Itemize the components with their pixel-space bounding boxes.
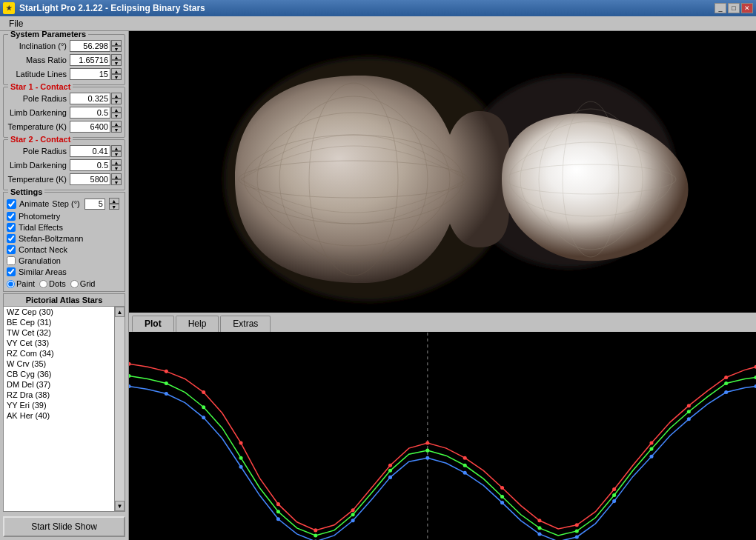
latitude-down[interactable]: ▼ — [111, 74, 122, 80]
step-up[interactable]: ▲ — [109, 198, 119, 204]
svg-point-57 — [351, 519, 355, 522]
close-button[interactable]: ✕ — [741, 3, 753, 13]
atlas-scrollbar[interactable]: ▲ ▼ — [114, 307, 125, 511]
mass-ratio-down[interactable]: ▼ — [111, 60, 122, 66]
inclination-input[interactable] — [70, 40, 110, 52]
star1-temp-input[interactable] — [70, 121, 110, 133]
list-item[interactable]: BE Cep (31) — [4, 317, 114, 327]
star1-pole-down[interactable]: ▼ — [111, 99, 122, 104]
inclination-down[interactable]: ▼ — [111, 46, 122, 52]
list-item[interactable]: W Crv (35) — [4, 359, 114, 369]
render-mode-row: Paint Dots Grid — [7, 279, 122, 288]
svg-point-42 — [463, 464, 467, 467]
tab-help[interactable]: Help — [176, 316, 219, 332]
star2-temp-input[interactable] — [70, 173, 110, 185]
3d-view — [129, 31, 756, 313]
list-item[interactable]: TW Cet (32) — [4, 327, 114, 338]
star2-pole-row: Pole Radius ▲ ▼ — [7, 145, 122, 157]
stefan-checkbox[interactable] — [7, 234, 16, 243]
slideshow-button[interactable]: Start Slide Show — [3, 516, 125, 537]
inclination-up[interactable]: ▲ — [111, 40, 122, 46]
svg-point-38 — [314, 533, 317, 537]
contact-neck-checkbox[interactable] — [7, 245, 16, 254]
svg-point-61 — [500, 501, 504, 504]
list-item[interactable]: DM Del (37) — [4, 379, 114, 390]
tab-plot[interactable]: Plot — [132, 316, 174, 332]
svg-point-21 — [351, 508, 355, 512]
grid-radio[interactable] — [70, 280, 79, 288]
star2-limb-down[interactable]: ▼ — [111, 165, 122, 171]
star2-temp-down[interactable]: ▼ — [111, 179, 122, 185]
restore-button[interactable]: □ — [728, 3, 740, 13]
star1-limb-up[interactable]: ▲ — [111, 107, 122, 113]
star2-pole-input[interactable] — [70, 145, 110, 157]
animate-checkbox[interactable] — [7, 199, 16, 209]
animate-row: Animate Step (°) ▲ ▼ — [7, 198, 122, 210]
list-item[interactable]: RZ Com (34) — [4, 348, 114, 359]
star1-pole-up[interactable]: ▲ — [111, 93, 122, 99]
mass-ratio-up[interactable]: ▲ — [111, 54, 122, 60]
atlas-list[interactable]: WZ Cep (30)BE Cep (31)TW Cet (32)VY Cet … — [4, 307, 114, 511]
list-item[interactable]: RZ Dra (38) — [4, 390, 114, 400]
latitude-up[interactable]: ▲ — [111, 68, 122, 74]
list-item[interactable]: CB Cyg (36) — [4, 369, 114, 379]
paint-label: Paint — [16, 279, 35, 288]
svg-point-60 — [463, 471, 467, 475]
binary-star-svg — [129, 31, 756, 313]
svg-point-40 — [388, 469, 392, 473]
paint-radio[interactable] — [7, 280, 15, 288]
latitude-lines-input[interactable] — [70, 68, 110, 80]
star2-temp-up[interactable]: ▲ — [111, 173, 122, 179]
svg-point-26 — [537, 519, 541, 522]
mass-ratio-row: Mass Ratio ▲ ▼ — [7, 54, 122, 66]
star1-temp-down[interactable]: ▼ — [111, 127, 122, 133]
svg-point-19 — [276, 502, 280, 506]
tidal-checkbox[interactable] — [7, 223, 16, 232]
list-item[interactable]: VY Cet (33) — [4, 338, 114, 348]
svg-point-46 — [612, 493, 616, 497]
svg-point-20 — [314, 528, 317, 532]
list-item[interactable]: YY Eri (39) — [4, 400, 114, 410]
svg-point-31 — [724, 376, 728, 379]
star2-temp-row: Temperature (K) ▲ ▼ — [7, 173, 122, 185]
star1-limb-label: Limb Darkening — [7, 108, 70, 117]
star1-temp-label: Temperature (K) — [7, 122, 70, 131]
dots-radio[interactable] — [39, 280, 47, 288]
mass-ratio-input[interactable] — [70, 54, 110, 66]
svg-point-52 — [165, 392, 168, 396]
star2-limb-up[interactable]: ▲ — [111, 159, 122, 165]
star2-limb-label: Limb Darkening — [7, 161, 70, 170]
star1-pole-input[interactable] — [70, 93, 110, 104]
svg-point-66 — [687, 417, 691, 421]
step-down[interactable]: ▼ — [109, 204, 119, 210]
star1-limb-down[interactable]: ▼ — [111, 113, 122, 119]
photometry-checkbox[interactable] — [7, 212, 16, 221]
star1-temp-up[interactable]: ▲ — [111, 121, 122, 127]
plot-area — [129, 332, 756, 540]
minimize-button[interactable]: _ — [714, 3, 726, 13]
star2-pole-up[interactable]: ▲ — [111, 145, 122, 151]
svg-point-55 — [276, 517, 280, 521]
granulation-checkbox[interactable] — [7, 256, 16, 265]
list-item[interactable]: WZ Cep (30) — [4, 307, 114, 317]
scroll-down-button[interactable]: ▼ — [115, 501, 125, 511]
window-controls[interactable]: _ □ ✕ — [714, 3, 753, 13]
granulation-row: Granulation — [7, 256, 122, 265]
tab-extras[interactable]: Extras — [220, 316, 271, 332]
star2-pole-down[interactable]: ▼ — [111, 151, 122, 157]
star1-limb-input[interactable] — [70, 107, 110, 119]
similar-areas-checkbox[interactable] — [7, 267, 16, 276]
star2-limb-input[interactable] — [70, 159, 110, 171]
step-input[interactable] — [84, 199, 105, 210]
similar-areas-label: Similar Areas — [19, 267, 67, 276]
svg-point-28 — [612, 487, 616, 491]
system-params-title: System Parameters — [8, 31, 88, 39]
left-panel: System Parameters Inclination (°) ▲ ▼ Ma… — [0, 31, 129, 540]
svg-point-17 — [202, 390, 205, 394]
star1-temp-row: Temperature (K) ▲ ▼ — [7, 121, 122, 133]
file-menu[interactable]: File — [3, 17, 29, 30]
list-item[interactable]: AK Her (40) — [4, 410, 114, 421]
star1-limb-row: Limb Darkening ▲ ▼ — [7, 107, 122, 119]
scroll-up-button[interactable]: ▲ — [115, 307, 125, 317]
svg-point-59 — [425, 456, 429, 460]
